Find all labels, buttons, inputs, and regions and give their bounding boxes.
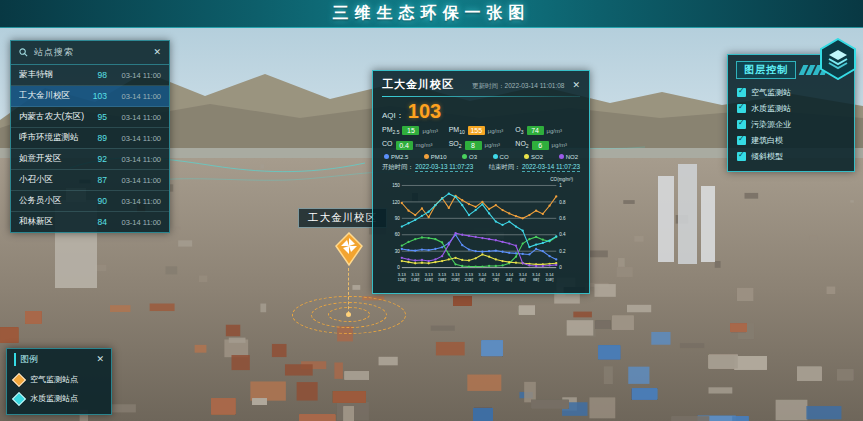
svg-text:4时: 4时 (506, 277, 512, 282)
svg-text:18时: 18时 (438, 277, 447, 282)
station-name: 和林新区 (19, 216, 85, 228)
checkbox-checked-icon[interactable] (737, 104, 746, 113)
start-time-input[interactable]: 2022-03-13 11:07:23 (415, 163, 473, 172)
station-name: 小召小区 (19, 174, 85, 186)
legend-item-no2[interactable]: NO2 (559, 154, 578, 160)
svg-text:90: 90 (395, 216, 401, 221)
station-map-pin-icon[interactable] (333, 232, 365, 268)
layers-hexagon-button[interactable] (819, 38, 857, 80)
svg-text:60: 60 (395, 232, 401, 237)
legend-item-pm25[interactable]: PM2.5 (384, 154, 408, 160)
svg-text:30: 30 (395, 249, 401, 254)
legend-item-label: 水质监测站点 (30, 393, 78, 404)
close-icon[interactable]: ✕ (153, 48, 161, 57)
pollutant-value-badge: 8 (465, 141, 482, 150)
pollutant-so2: SO2 8 μg/m³ (449, 140, 514, 149)
legend-item-air-station[interactable]: 空气监测站点 (14, 370, 104, 389)
legend-item-so2[interactable]: SO2 (524, 154, 543, 160)
station-row[interactable]: 蒙丰特钢 98 03-14 11:00 (11, 65, 169, 86)
station-row[interactable]: 公务员小区 90 03-14 11:00 (11, 191, 169, 212)
svg-text:0.4: 0.4 (559, 232, 566, 237)
station-aqi: 89 (85, 133, 107, 143)
station-row[interactable]: 如意开发区 92 03-14 11:00 (11, 149, 169, 170)
pollutant-unit: mg/m³ (416, 142, 433, 148)
station-aqi: 92 (85, 154, 107, 164)
layer-item-water-stations[interactable]: 水质监测站 (736, 100, 846, 116)
svg-text:3.14: 3.14 (505, 271, 514, 276)
selection-center-dot (346, 312, 351, 317)
station-aqi: 98 (85, 70, 107, 80)
station-name: 公务员小区 (19, 195, 85, 207)
svg-text:1: 1 (559, 183, 562, 188)
svg-text:6时: 6时 (519, 277, 525, 282)
svg-text:10时: 10时 (545, 277, 554, 282)
pollutant-value-badge: 155 (468, 126, 485, 135)
layer-item-pollution-sources[interactable]: 污染源企业 (736, 116, 846, 132)
layer-item-air-stations[interactable]: 空气监测站 (736, 84, 846, 100)
station-search-bar[interactable]: 站点搜索 ✕ (11, 41, 169, 65)
checkbox-checked-icon[interactable] (737, 136, 746, 145)
station-row[interactable]: 内蒙古农大(东区) 95 03-14 11:00 (11, 107, 169, 128)
svg-text:2时: 2时 (493, 277, 499, 282)
pollutant-unit: μg/m³ (488, 128, 503, 134)
search-input[interactable]: 站点搜索 (34, 46, 147, 59)
svg-text:150: 150 (392, 183, 400, 188)
svg-text:3.14: 3.14 (519, 271, 528, 276)
divider (382, 96, 580, 97)
checkbox-checked-icon[interactable] (737, 152, 746, 161)
legend-item-pm10[interactable]: PM10 (424, 154, 447, 160)
pollutant-no2: NO2 6 μg/m³ (515, 140, 580, 149)
pollutant-unit: μg/m³ (485, 142, 500, 148)
svg-text:3.13: 3.13 (411, 271, 420, 276)
svg-text:3.13: 3.13 (438, 271, 447, 276)
svg-text:3.13: 3.13 (425, 271, 434, 276)
svg-text:3.14: 3.14 (492, 271, 501, 276)
start-time-label: 开始时间： (382, 163, 413, 170)
legend-item-co[interactable]: CO (493, 154, 509, 160)
air-station-marker-icon (12, 372, 26, 386)
pollutant-value-badge: 15 (402, 126, 419, 135)
layer-panel-title: 图层控制 (736, 61, 796, 79)
station-name: 内蒙古农大(东区) (19, 111, 85, 123)
close-icon[interactable]: ✕ (572, 81, 580, 90)
close-icon[interactable]: ✕ (96, 355, 104, 364)
search-icon (19, 48, 28, 57)
air-quality-trend-chart: 030609012015000.20.40.60.81CO(mg/m³)3.13… (382, 175, 582, 287)
layer-item-oblique-model[interactable]: 倾斜模型 (736, 148, 846, 164)
legend-title: 图例 (14, 353, 96, 366)
station-row[interactable]: 呼市环境监测站 89 03-14 11:00 (11, 128, 169, 149)
station-time: 03-14 11:00 (113, 197, 161, 206)
start-time-field: 开始时间： 2022-03-13 11:07:23 (382, 163, 473, 172)
svg-text:14时: 14时 (411, 277, 420, 282)
app-window: 三维生态环保一张图 站点搜索 ✕ 蒙丰特钢 98 03-14 11:00 工大金… (0, 0, 863, 421)
station-row[interactable]: 和林新区 84 03-14 11:00 (11, 212, 169, 232)
station-row-selected[interactable]: 工大金川校区 103 03-14 11:00 (11, 86, 169, 107)
station-row[interactable]: 小召小区 87 03-14 11:00 (11, 170, 169, 191)
svg-text:16时: 16时 (424, 277, 433, 282)
checkbox-checked-icon[interactable] (737, 120, 746, 129)
pollutant-co: CO 0.4 mg/m³ (382, 140, 447, 149)
station-name: 呼市环境监测站 (19, 132, 85, 144)
station-time: 03-14 11:00 (113, 155, 161, 164)
end-time-label: 结束时间： (489, 163, 520, 170)
layer-item-label: 建筑白模 (751, 135, 783, 146)
svg-text:0: 0 (397, 265, 400, 270)
station-aqi: 95 (85, 112, 107, 122)
end-time-input[interactable]: 2022-03-14 11:07:23 (522, 163, 580, 172)
legend-item-label: 空气监测站点 (30, 374, 78, 385)
checkbox-checked-icon[interactable] (737, 88, 746, 97)
pollutant-value-badge: 0.4 (396, 141, 413, 150)
svg-text:3.13: 3.13 (398, 271, 407, 276)
legend-item-o3[interactable]: O3 (462, 154, 477, 160)
pollutant-value-badge: 74 (527, 126, 544, 135)
svg-text:CO(mg/m³): CO(mg/m³) (550, 177, 573, 182)
svg-text:3.13: 3.13 (465, 271, 474, 276)
layer-item-building-model[interactable]: 建筑白模 (736, 132, 846, 148)
svg-text:0.2: 0.2 (559, 249, 566, 254)
pollutant-pm10: PM10 155 μg/m³ (449, 126, 514, 135)
station-time: 03-14 11:00 (113, 71, 161, 80)
legend-item-water-station[interactable]: 水质监测站点 (14, 389, 104, 408)
svg-text:12时: 12时 (397, 277, 406, 282)
pollutant-unit: μg/m³ (552, 142, 567, 148)
page-title: 三维生态环保一张图 (333, 3, 531, 24)
